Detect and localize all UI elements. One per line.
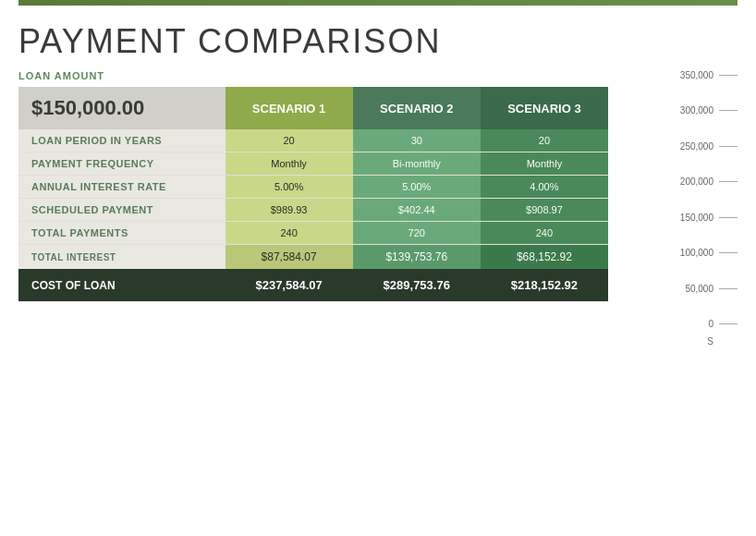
table-row: PAYMENT FREQUENCY Monthly Bi-monthly Mon… bbox=[18, 152, 608, 176]
row-s2-scheduled-payment: $402.44 bbox=[353, 199, 481, 222]
loan-amount-label: LOAN AMOUNT bbox=[18, 70, 608, 81]
row-s2-payment-freq: Bi-monthly bbox=[353, 152, 481, 176]
chart-tick bbox=[719, 75, 738, 76]
total-interest-label: TOTAL INTEREST bbox=[18, 245, 226, 270]
chart-tick bbox=[719, 217, 738, 218]
loan-amount-cell: $150,000.00 bbox=[18, 87, 226, 129]
total-interest-s1: $87,584.07 bbox=[226, 245, 353, 270]
chart-tick bbox=[719, 181, 738, 182]
chart-label-50k: 50,000 bbox=[680, 284, 738, 294]
row-s1-scheduled-payment: $989.93 bbox=[226, 199, 353, 222]
table-body: LOAN PERIOD IN YEARS 20 30 20 PAYMENT FR… bbox=[18, 129, 608, 301]
table-row: LOAN PERIOD IN YEARS 20 30 20 bbox=[18, 129, 608, 152]
cost-of-loan-row: COST OF LOAN $237,584.07 $289,753.76 $21… bbox=[18, 269, 608, 301]
row-s3-payment-freq: Monthly bbox=[481, 152, 608, 176]
row-s1-loan-period: 20 bbox=[226, 129, 353, 152]
row-s2-annual-interest: 5.00% bbox=[353, 176, 481, 199]
table-row: TOTAL PAYMENTS 240 720 240 bbox=[18, 222, 608, 245]
row-s2-total-payments: 720 bbox=[353, 222, 481, 245]
comparison-table: $150,000.00 SCENARIO 1 SCENARIO 2 SCENAR… bbox=[18, 87, 608, 301]
row-s3-loan-period: 20 bbox=[481, 129, 608, 152]
chart-label-100k: 100,000 bbox=[680, 248, 738, 258]
chart-tick bbox=[719, 323, 738, 324]
table-row: SCHEDULED PAYMENT $989.93 $402.44 $908.9… bbox=[18, 199, 608, 222]
cost-of-loan-s3: $218,152.92 bbox=[481, 269, 608, 301]
chart-tick bbox=[719, 252, 738, 253]
row-s3-annual-interest: 4.00% bbox=[481, 176, 608, 199]
chart-label-200k: 200,000 bbox=[680, 177, 738, 187]
scenario2-header: SCENARIO 2 bbox=[353, 87, 481, 129]
chart-tick bbox=[719, 288, 738, 289]
cost-of-loan-s2: $289,753.76 bbox=[353, 269, 481, 301]
total-interest-s3: $68,152.92 bbox=[481, 245, 608, 270]
total-interest-s2: $139,753.76 bbox=[353, 245, 481, 270]
row-label-annual-interest: ANNUAL INTEREST RATE bbox=[18, 176, 226, 199]
row-s3-total-payments: 240 bbox=[481, 222, 608, 245]
total-interest-row: TOTAL INTEREST $87,584.07 $139,753.76 $6… bbox=[18, 245, 608, 270]
row-label-loan-period: LOAN PERIOD IN YEARS bbox=[18, 129, 226, 152]
row-s2-loan-period: 30 bbox=[353, 129, 481, 152]
row-label-payment-freq: PAYMENT FREQUENCY bbox=[18, 152, 226, 176]
scenario1-header: SCENARIO 1 bbox=[226, 87, 353, 129]
cost-of-loan-s1: $237,584.07 bbox=[226, 269, 353, 301]
chart-label-0: 0 bbox=[680, 319, 738, 329]
page-title: PAYMENT COMPARISON bbox=[18, 22, 738, 61]
scenario3-header: SCENARIO 3 bbox=[481, 87, 608, 129]
main-content: LOAN AMOUNT $150,000.00 SCENARIO 1 SCENA… bbox=[18, 70, 738, 347]
chart-label-350k: 350,000 bbox=[680, 70, 738, 80]
table-row: ANNUAL INTEREST RATE 5.00% 5.00% 4.00% bbox=[18, 176, 608, 199]
chart-labels: 350,000 300,000 250,000 200,000 150,000 bbox=[680, 70, 738, 329]
chart-tick bbox=[719, 110, 738, 111]
chart-section: 350,000 300,000 250,000 200,000 150,000 bbox=[627, 70, 738, 347]
page-container: PAYMENT COMPARISON LOAN AMOUNT $150,000.… bbox=[0, 0, 756, 536]
row-s1-annual-interest: 5.00% bbox=[226, 176, 353, 199]
table-section: LOAN AMOUNT $150,000.00 SCENARIO 1 SCENA… bbox=[18, 70, 608, 301]
row-s3-scheduled-payment: $908.97 bbox=[481, 199, 608, 222]
row-s1-payment-freq: Monthly bbox=[226, 152, 353, 176]
chart-label-300k: 300,000 bbox=[680, 105, 738, 116]
header-row: $150,000.00 SCENARIO 1 SCENARIO 2 SCENAR… bbox=[18, 87, 608, 129]
chart-tick bbox=[719, 146, 738, 147]
cost-of-loan-label: COST OF LOAN bbox=[18, 269, 226, 301]
row-label-total-payments: TOTAL PAYMENTS bbox=[18, 222, 226, 245]
top-bar bbox=[18, 0, 738, 6]
chart-bottom-label: S bbox=[707, 336, 738, 347]
row-s1-total-payments: 240 bbox=[226, 222, 353, 245]
chart-label-250k: 250,000 bbox=[680, 141, 738, 152]
row-label-scheduled-payment: SCHEDULED PAYMENT bbox=[18, 199, 226, 222]
chart-label-150k: 150,000 bbox=[680, 213, 738, 223]
